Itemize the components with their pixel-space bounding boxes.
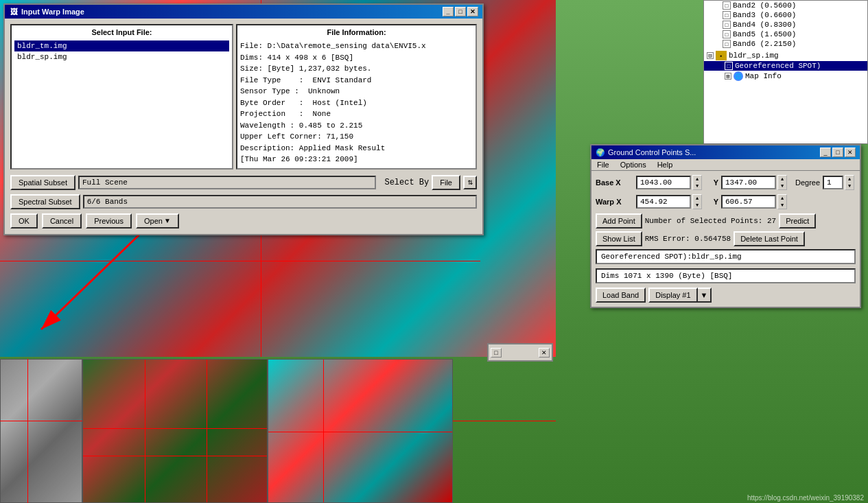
tree-label-mapinfo: Map Info — [745, 72, 782, 80]
previous-button[interactable]: Previous — [86, 213, 132, 229]
base-x-input-group: ▲ ▼ — [636, 175, 702, 190]
file-list-panel: Select Input File: bldr_tm.img bldr_sp.i… — [10, 24, 233, 169]
falsecolor2-panel — [268, 359, 453, 503]
open-button[interactable]: Open ▼ — [136, 213, 179, 229]
tree-label-band6: Band6 (2.2150) — [733, 40, 796, 48]
checkbox-band2[interactable]: □ — [723, 1, 731, 10]
predict-button[interactable]: Predict — [779, 213, 816, 229]
tree-item-bldr-sp[interactable]: ⊟ ▪ bldr_sp.img — [704, 50, 867, 61]
spectral-subset-button[interactable]: Spectral Subset — [10, 194, 80, 209]
tree-label-band5: Band5 (1.6500) — [733, 30, 796, 38]
titlebar-buttons[interactable]: _ □ ✕ — [443, 7, 478, 16]
tree-item-georef[interactable]: □ Georeferenced SPOT) — [704, 61, 867, 71]
tree-panel: □ Band2 (0.5600) □ Band3 (0.6600) □ Band… — [703, 0, 868, 144]
file-item-bldr-sp[interactable]: bldr_sp.img — [14, 51, 229, 62]
base-y-spinner[interactable]: ▲ ▼ — [777, 175, 787, 190]
base-y-input[interactable] — [721, 176, 776, 189]
gcp-menu-file[interactable]: File — [591, 159, 615, 170]
load-display-row: Load Band Display #1 ▼ — [596, 288, 856, 303]
tree-item-band6[interactable]: □ Band6 (2.2150) — [704, 39, 867, 49]
gcp-titlebar-buttons[interactable]: _ □ ✕ — [820, 148, 856, 157]
base-x-spinner[interactable]: ▲ ▼ — [692, 175, 702, 190]
load-band-button[interactable]: Load Band — [596, 288, 646, 303]
gcp-maximize-button[interactable]: □ — [832, 148, 843, 157]
add-predict-row: Add Point Number of Selected Points: 27 … — [596, 213, 856, 229]
degree-up-icon: ▲ — [848, 176, 851, 182]
tree-label-band2: Band2 (0.5600) — [733, 1, 796, 10]
spinner-down-icon: ▼ — [696, 183, 699, 189]
small-overlay-window: □ ✕ — [487, 343, 553, 362]
warp-y-spinner[interactable]: ▲ ▼ — [777, 194, 787, 209]
gcp-titlebar: 🌍 Ground Control Points S... _ □ ✕ — [591, 145, 860, 159]
tree-expand-mapinfo[interactable]: ⊞ — [725, 73, 731, 80]
selected-points-label: Number of Selected Points: 27 — [645, 217, 776, 225]
add-point-button[interactable]: Add Point — [596, 213, 642, 229]
checkbox-band5[interactable]: □ — [723, 30, 731, 38]
small-window-checkbox[interactable]: □ — [491, 348, 502, 358]
gcp-close-button[interactable]: ✕ — [845, 148, 856, 157]
base-xy-row: Base X ▲ ▼ Y ▲ ▼ Degree ▲ — [596, 175, 856, 190]
file-info-header: File Information: — [240, 28, 473, 36]
rms-error-label: RMS Error: 0.564758 — [645, 235, 731, 243]
gcp-body: Base X ▲ ▼ Y ▲ ▼ Degree ▲ — [591, 171, 860, 307]
crosshair-v-gray — [27, 359, 28, 503]
titlebar-icon: 🖼 — [9, 7, 19, 16]
ch1 — [83, 428, 267, 429]
gcp-menu-help[interactable]: Help — [652, 159, 679, 170]
spatial-subset-button[interactable]: Spatial Subset — [10, 175, 75, 190]
select-by-file-button[interactable]: File — [432, 175, 460, 190]
spatial-subset-row: Spatial Subset Full Scene Select By File… — [10, 175, 477, 190]
warp-xy-row: Warp X ▲ ▼ Y ▲ ▼ — [596, 194, 856, 209]
checkbox-georef[interactable]: □ — [725, 62, 733, 70]
ok-button[interactable]: OK — [10, 213, 38, 229]
file-item-bldr-tm[interactable]: bldr_tm.img — [14, 40, 229, 51]
degree-spinner[interactable]: ▲ ▼ — [845, 175, 854, 190]
display-arrow-button[interactable]: ▼ — [698, 288, 712, 303]
maximize-button[interactable]: □ — [455, 7, 466, 16]
select-by-label: Select By — [384, 178, 429, 187]
tree-item-band5[interactable]: □ Band5 (1.6500) — [704, 30, 867, 39]
display-button[interactable]: Display #1 — [648, 288, 697, 303]
close-button[interactable]: ✕ — [467, 7, 478, 16]
dialog-title: Input Warp Image — [21, 8, 84, 16]
warp-x-input-group: ▲ ▼ — [636, 194, 702, 209]
gcp-window: 🌍 Ground Control Points S... _ □ ✕ File … — [590, 144, 861, 308]
warp-y-input-group: ▲ ▼ — [721, 194, 787, 209]
tree-item-band4[interactable]: □ Band4 (0.8300) — [704, 20, 867, 30]
gcp-titlebar-left: 🌍 Ground Control Points S... — [596, 148, 696, 157]
checkbox-band6[interactable]: □ — [723, 40, 731, 48]
spectral-subset-value: 6/6 Bands — [83, 195, 477, 209]
dialog-body: Select Input File: bldr_tm.img bldr_sp.i… — [5, 19, 482, 234]
open-label: Open — [144, 217, 163, 225]
gcp-minimize-button[interactable]: _ — [820, 148, 831, 157]
dialog-bottom-buttons: OK Cancel Previous Open ▼ — [10, 213, 477, 229]
show-list-button[interactable]: Show List — [596, 231, 642, 246]
small-window-close[interactable]: ✕ — [539, 348, 550, 358]
spinner-up2-icon: ▲ — [781, 176, 784, 182]
sort-button[interactable]: ⇅ — [463, 176, 477, 189]
file-info-text: File: D:\Data\remote_sensing data\ENVI5.… — [240, 40, 473, 165]
open-arrow-icon: ▼ — [164, 217, 171, 224]
warp-x-spinner[interactable]: ▲ ▼ — [692, 194, 702, 209]
delete-last-point-button[interactable]: Delete Last Point — [734, 231, 805, 246]
gcp-menu-options[interactable]: Options — [615, 159, 652, 170]
warp-y-down-icon: ▼ — [781, 202, 784, 208]
tree-item-band3[interactable]: □ Band3 (0.6600) — [704, 10, 867, 20]
gcp-icon: 🌍 — [596, 148, 605, 157]
minimize-button[interactable]: _ — [443, 7, 454, 16]
degree-input[interactable] — [823, 176, 843, 189]
tree-item-band2[interactable]: □ Band2 (0.5600) — [704, 1, 867, 10]
warp-x-input[interactable] — [636, 195, 691, 209]
file-info-panel: File Information: File: D:\Data\remote_s… — [236, 24, 477, 169]
tree-expand-bldr-sp[interactable]: ⊟ — [707, 52, 714, 59]
checkbox-band4[interactable]: □ — [723, 21, 731, 29]
titlebar-left: 🖼 Input Warp Image — [9, 7, 84, 16]
checkbox-band3[interactable]: □ — [723, 11, 731, 19]
cancel-button[interactable]: Cancel — [42, 213, 82, 229]
tree-item-mapinfo[interactable]: ⊞ 🌐 Map Info — [704, 71, 867, 82]
showlist-rms-row: Show List RMS Error: 0.564758 Delete Las… — [596, 231, 856, 246]
base-x-input[interactable] — [636, 176, 691, 189]
spatial-subset-value: Full Scene — [78, 176, 377, 189]
warp-y-input[interactable] — [721, 195, 776, 209]
spectral-subset-row: Spectral Subset 6/6 Bands — [10, 194, 477, 209]
